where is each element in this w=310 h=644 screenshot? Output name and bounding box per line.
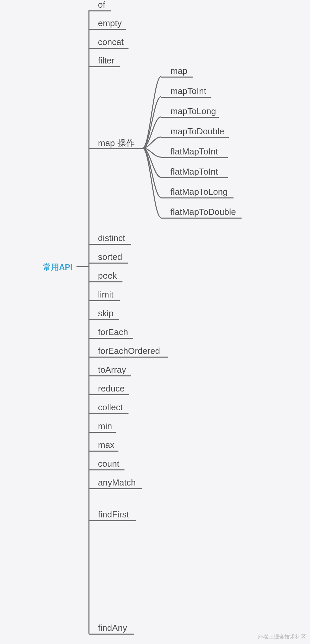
- node-underline: [89, 451, 118, 452]
- watermark-text: @稀土掘金技术社区: [258, 634, 306, 641]
- node-underline: [89, 488, 142, 489]
- node-underline: [161, 197, 234, 198]
- node-underline: [89, 469, 124, 470]
- node-underline: [89, 413, 128, 414]
- node-underline: [89, 66, 120, 67]
- node-underline: [161, 157, 228, 158]
- node-underline: [161, 177, 228, 178]
- node-underline: [89, 394, 129, 395]
- root-node: 常用API: [43, 262, 72, 273]
- node-underline: [89, 263, 128, 264]
- node-underline: [89, 319, 119, 320]
- node-underline: [161, 137, 229, 138]
- node-underline: [89, 300, 120, 301]
- node-underline: [161, 117, 219, 118]
- node-underline: [89, 281, 122, 282]
- node-underline: [89, 29, 126, 30]
- node-underline: [89, 48, 128, 49]
- node-underline: [89, 432, 116, 433]
- node-underline: [89, 520, 136, 521]
- connector-lines: [0, 0, 310, 644]
- node-underline: [89, 148, 143, 149]
- node-underline: [161, 77, 193, 78]
- node-underline: [89, 244, 131, 245]
- node-underline: [89, 357, 168, 358]
- node-underline: [89, 338, 133, 339]
- node-underline: [89, 10, 111, 11]
- node-underline: [161, 218, 242, 219]
- node-underline: [89, 375, 131, 376]
- node-underline: [161, 97, 211, 98]
- node-underline: [89, 634, 134, 635]
